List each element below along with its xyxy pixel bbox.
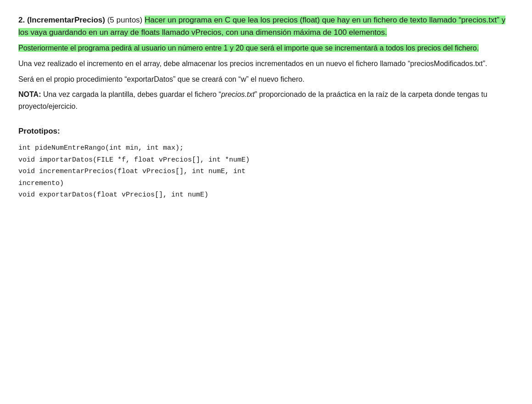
prototipos-title: Prototipos: [18,127,514,136]
code-line-3: void incrementarPrecios(float vPrecios[]… [18,166,514,178]
nota-label: NOTA: [18,90,41,98]
nota-paragraph: NOTA: Una vez cargada la plantilla, debe… [18,89,514,112]
code-line-2: void importarDatos(FILE *f, float vPreci… [18,154,514,166]
problem-points: (5 puntos) [107,16,143,24]
problem-title: 2. (IncrementarPrecios) (5 puntos) Hacer… [18,14,514,39]
problem-title-bold: 2. (IncrementarPrecios) [18,16,105,24]
code-line-1: int pideNumEntreRango(int min, int max); [18,142,514,154]
code-block: int pideNumEntreRango(int min, int max);… [18,142,514,201]
paragraph-4: Será en el propio procedimiento “exporta… [18,73,514,85]
paragraph-3: Una vez realizado el incremento en el ar… [18,58,514,70]
highlighted-paragraph-2: Posteriormente el programa pedirá al usu… [18,42,514,54]
prototipos-section: Prototipos: int pideNumEntreRango(int mi… [18,127,514,201]
nota-text: Una vez cargada la plantilla, debes guar… [41,90,221,98]
main-content: 2. (IncrementarPrecios) (5 puntos) Hacer… [18,14,514,201]
nota-italic: precios.txt [221,90,255,98]
code-line-5: void exportarDatos(float vPrecios[], int… [18,189,514,201]
highlight-block-2: Posteriormente el programa pedirá al usu… [18,44,479,52]
code-line-4: incremento) [18,178,514,190]
